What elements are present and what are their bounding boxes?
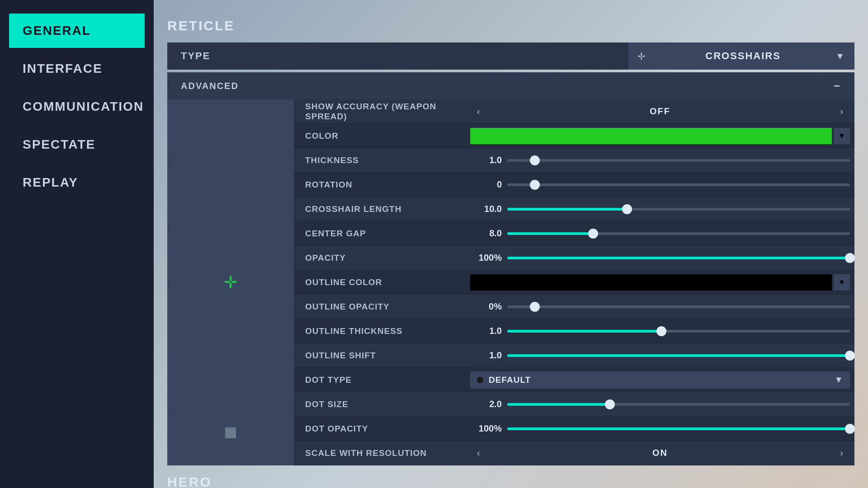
thickness-track[interactable] [507, 159, 850, 162]
color-arrow-icon: ▼ [838, 132, 845, 140]
outline-color-arrow-icon: ▼ [838, 278, 845, 286]
crosshair-type-icon: ⊹ [637, 51, 646, 61]
show-accuracy-label: SHOW ACCURACY (WEAPON SPREAD) [294, 102, 466, 122]
row-rotation: ROTATION 0 [294, 173, 854, 197]
crosshair-length-thumb[interactable] [622, 204, 632, 214]
color-picker[interactable]: ▼ [470, 127, 850, 145]
crosshair-length-slider[interactable]: 10.0 [470, 204, 850, 214]
row-outline-shift: OUTLINE SHIFT 1.0 [294, 343, 854, 368]
dot-size-control: 2.0 [466, 399, 854, 409]
dot-size-track[interactable] [507, 403, 850, 406]
dot-opacity-fill [507, 427, 850, 430]
opacity-slider[interactable]: 100% [470, 253, 850, 263]
color-label: COLOR [294, 131, 466, 141]
outline-color-control[interactable]: ▼ [466, 274, 854, 291]
thickness-slider[interactable]: 1.0 [470, 155, 850, 165]
settings-panel: SHOW ACCURACY (WEAPON SPREAD) ‹ OFF › CO… [294, 99, 854, 465]
outline-opacity-slider[interactable]: 0% [470, 301, 850, 312]
thickness-label: THICKNESS [294, 155, 466, 165]
thickness-control: 1.0 [466, 155, 854, 165]
scale-with-resolution-toggle[interactable]: ‹ ON › [470, 448, 850, 458]
scale-toggle-right-arrow[interactable]: › [833, 448, 850, 458]
dot-type-label: DOT TYPE [294, 375, 466, 385]
scale-toggle-left-arrow[interactable]: ‹ [470, 448, 487, 458]
center-gap-thumb[interactable] [588, 229, 598, 239]
opacity-fill [507, 257, 850, 259]
outline-thickness-slider[interactable]: 1.0 [470, 326, 850, 336]
color-swatch [470, 128, 832, 144]
sidebar-item-general[interactable]: GENERAL [9, 14, 145, 48]
thickness-thumb[interactable] [530, 155, 540, 165]
dot-opacity-thumb[interactable] [845, 424, 855, 434]
center-gap-slider[interactable]: 8.0 [470, 228, 850, 239]
outline-color-dropdown-arrow[interactable]: ▼ [834, 274, 850, 291]
opacity-track[interactable] [507, 257, 850, 259]
sidebar-item-communication[interactable]: COMMUNICATION [9, 89, 145, 124]
outline-color-picker[interactable]: ▼ [470, 274, 850, 291]
advanced-panel: ADVANCED − ✛ SHOW ACCURACY (WEAPON SPREA… [167, 72, 854, 465]
dot-type-dropdown[interactable]: DEFAULT ▼ [470, 371, 850, 389]
thickness-value: 1.0 [470, 155, 502, 165]
opacity-thumb[interactable] [845, 253, 855, 263]
rotation-thumb[interactable] [530, 180, 540, 190]
dot-size-thumb[interactable] [605, 399, 615, 409]
color-control[interactable]: ▼ [466, 127, 854, 145]
rotation-track[interactable] [507, 183, 850, 186]
crosshair-preview: ✛ [224, 273, 237, 292]
center-gap-fill [507, 232, 593, 235]
scale-with-resolution-control: ‹ ON › [466, 448, 854, 458]
dot-opacity-slider[interactable]: 100% [470, 423, 850, 434]
type-value-text: CROSSHAIRS [705, 50, 781, 62]
row-dot-opacity: DOT OPACITY 100% [294, 417, 854, 441]
hero-section: HERO ALLIED HEALTH BARS DEFAULT ▼ [167, 474, 854, 488]
type-selector[interactable]: ⊹ CROSSHAIRS ▼ [628, 42, 854, 70]
advanced-collapse-icon: − [834, 80, 841, 92]
outline-thickness-fill [507, 330, 661, 333]
outline-thickness-thumb[interactable] [656, 326, 666, 336]
dot-type-control[interactable]: DEFAULT ▼ [466, 371, 854, 389]
content-area: ✛ SHOW ACCURACY (WEAPON SPREAD) ‹ OFF › [167, 99, 854, 465]
outline-shift-slider[interactable]: 1.0 [470, 350, 850, 361]
outline-opacity-control: 0% [466, 301, 854, 312]
outline-thickness-track[interactable] [507, 330, 850, 333]
opacity-label: OPACITY [294, 253, 466, 263]
type-row: TYPE ⊹ CROSSHAIRS ▼ [167, 42, 854, 70]
rotation-slider[interactable]: 0 [470, 179, 850, 190]
toggle-left-arrow[interactable]: ‹ [470, 106, 487, 117]
dot-opacity-value: 100% [470, 423, 502, 434]
outline-shift-thumb[interactable] [845, 351, 855, 361]
crosshair-length-value: 10.0 [470, 204, 502, 214]
row-color: COLOR ▼ [294, 124, 854, 148]
rotation-label: ROTATION [294, 180, 466, 190]
crosshair-length-track[interactable] [507, 208, 850, 211]
sidebar-item-replay[interactable]: REPLAY [9, 165, 145, 200]
outline-shift-label: OUTLINE SHIFT [294, 351, 466, 361]
scale-with-resolution-value: ON [487, 448, 834, 458]
sidebar-item-interface[interactable]: INTERFACE [9, 52, 145, 86]
center-gap-track[interactable] [507, 232, 850, 235]
dot-opacity-track[interactable] [507, 427, 850, 430]
outline-opacity-label: OUTLINE OPACITY [294, 302, 466, 312]
row-dot-size: DOT SIZE 2.0 [294, 392, 854, 417]
advanced-header[interactable]: ADVANCED − [167, 72, 854, 99]
outline-thickness-label: OUTLINE THICKNESS [294, 326, 466, 336]
sidebar-item-spectate[interactable]: SPECTATE [9, 127, 145, 162]
row-center-gap: CENTER GAP 8.0 [294, 221, 854, 246]
outline-opacity-track[interactable] [507, 305, 850, 308]
type-label: TYPE [167, 50, 628, 62]
opacity-value: 100% [470, 253, 502, 263]
hero-title: HERO [167, 474, 854, 488]
dot-size-slider[interactable]: 2.0 [470, 399, 850, 409]
row-outline-thickness: OUTLINE THICKNESS 1.0 [294, 319, 854, 343]
scale-with-resolution-label: SCALE WITH RESOLUTION [294, 448, 466, 458]
dot-type-value: DEFAULT [489, 375, 834, 385]
center-gap-control: 8.0 [466, 228, 854, 239]
show-accuracy-toggle[interactable]: ‹ OFF › [470, 106, 850, 117]
color-dropdown-arrow[interactable]: ▼ [834, 128, 850, 144]
outline-shift-control: 1.0 [466, 350, 854, 361]
outline-shift-track[interactable] [507, 354, 850, 357]
row-scale-with-resolution: SCALE WITH RESOLUTION ‹ ON › [294, 441, 854, 465]
toggle-right-arrow[interactable]: › [833, 106, 850, 117]
outline-opacity-thumb[interactable] [530, 302, 540, 312]
outline-thickness-control: 1.0 [466, 326, 854, 336]
